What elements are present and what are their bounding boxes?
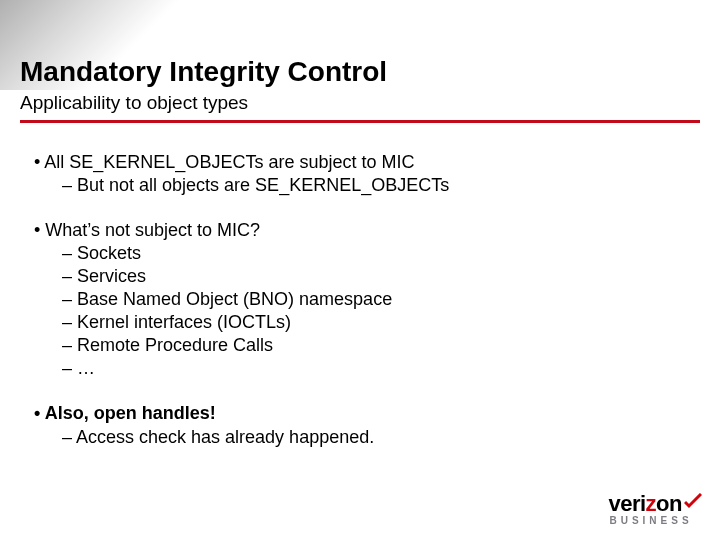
sub-bullet-item: – Access check has already happened.	[34, 426, 686, 449]
logo-subtext: BUSINESS	[608, 516, 702, 526]
bullet-item: • All SE_KERNEL_OBJECTs are subject to M…	[34, 151, 686, 174]
logo-part-on: on	[656, 491, 682, 516]
sub-bullet-item: – Services	[34, 265, 686, 288]
sub-bullet-item: – …	[34, 357, 686, 380]
sub-bullet-item: – But not all objects are SE_KERNEL_OBJE…	[34, 174, 686, 197]
verizon-business-logo: verizon BUSINESS	[608, 491, 702, 526]
bullet-block-3: • Also, open handles! – Access check has…	[34, 402, 686, 448]
header: Mandatory Integrity Control Applicabilit…	[0, 0, 720, 123]
slide-title: Mandatory Integrity Control	[20, 56, 700, 88]
sub-bullet-item: – Sockets	[34, 242, 686, 265]
bullet-item-emphasis: • Also, open handles!	[34, 402, 686, 425]
slide-subtitle: Applicability to object types	[20, 92, 700, 114]
bullet-block-1: • All SE_KERNEL_OBJECTs are subject to M…	[34, 151, 686, 197]
logo-part-veri: veri	[608, 491, 645, 516]
logo-wordmark: verizon	[608, 491, 702, 515]
slide-body: • All SE_KERNEL_OBJECTs are subject to M…	[0, 123, 720, 448]
check-icon	[684, 491, 702, 513]
sub-bullet-item: – Base Named Object (BNO) namespace	[34, 288, 686, 311]
sub-bullet-item: – Kernel interfaces (IOCTLs)	[34, 311, 686, 334]
logo-part-z: z	[646, 491, 657, 516]
bullet-item: • What’s not subject to MIC?	[34, 219, 686, 242]
sub-bullet-item: – Remote Procedure Calls	[34, 334, 686, 357]
bullet-block-2: • What’s not subject to MIC? – Sockets –…	[34, 219, 686, 380]
